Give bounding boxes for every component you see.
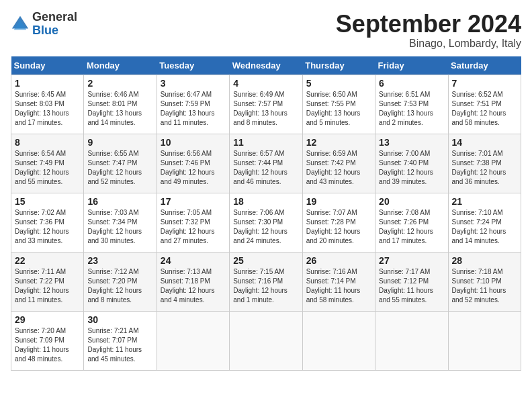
calendar-cell: 28Sunrise: 7:18 AMSunset: 7:10 PMDayligh… (448, 252, 521, 311)
day-number: 6 (379, 78, 444, 89)
month-title: September 2024 (336, 11, 521, 38)
day-number: 4 (233, 78, 298, 89)
calendar-cell: 3Sunrise: 6:47 AMSunset: 7:59 PMDaylight… (157, 75, 229, 134)
calendar-cell: 22Sunrise: 7:11 AMSunset: 7:22 PMDayligh… (11, 252, 84, 311)
day-number: 15 (15, 196, 80, 207)
day-number: 13 (379, 137, 444, 148)
location: Binago, Lombardy, Italy (336, 38, 521, 50)
calendar-cell (375, 311, 448, 370)
day-number: 3 (161, 78, 226, 89)
day-number: 17 (161, 196, 226, 207)
column-header-wednesday: Wednesday (230, 56, 302, 75)
day-number: 26 (306, 255, 371, 266)
day-number: 28 (452, 255, 517, 266)
day-detail: Sunrise: 7:11 AMSunset: 7:22 PMDaylight:… (15, 267, 80, 305)
day-detail: Sunrise: 6:47 AMSunset: 7:59 PMDaylight:… (161, 90, 226, 128)
day-number: 25 (233, 255, 298, 266)
day-number: 29 (15, 314, 80, 325)
day-number: 2 (87, 78, 152, 89)
day-detail: Sunrise: 7:03 AMSunset: 7:34 PMDaylight:… (87, 208, 152, 246)
calendar-cell: 29Sunrise: 7:20 AMSunset: 7:09 PMDayligh… (11, 311, 84, 370)
day-number: 21 (452, 196, 517, 207)
day-number: 14 (452, 137, 517, 148)
column-header-thursday: Thursday (302, 56, 375, 75)
day-detail: Sunrise: 6:50 AMSunset: 7:55 PMDaylight:… (306, 90, 371, 128)
day-number: 5 (306, 78, 371, 89)
calendar-cell: 12Sunrise: 6:59 AMSunset: 7:42 PMDayligh… (302, 134, 375, 193)
calendar-header-row: SundayMondayTuesdayWednesdayThursdayFrid… (11, 56, 521, 75)
logo-text: General Blue (32, 11, 77, 38)
calendar-cell: 14Sunrise: 7:01 AMSunset: 7:38 PMDayligh… (448, 134, 521, 193)
day-number: 27 (379, 255, 444, 266)
day-number: 7 (452, 78, 517, 89)
day-number: 19 (306, 196, 371, 207)
calendar-cell (302, 311, 375, 370)
day-detail: Sunrise: 6:56 AMSunset: 7:46 PMDaylight:… (161, 149, 226, 187)
calendar-cell: 9Sunrise: 6:55 AMSunset: 7:47 PMDaylight… (84, 134, 157, 193)
calendar-cell: 16Sunrise: 7:03 AMSunset: 7:34 PMDayligh… (84, 193, 157, 252)
day-detail: Sunrise: 7:17 AMSunset: 7:12 PMDaylight:… (379, 267, 444, 305)
calendar-cell: 18Sunrise: 7:06 AMSunset: 7:30 PMDayligh… (230, 193, 302, 252)
logo-icon (11, 15, 30, 34)
logo-blue: Blue (32, 24, 58, 37)
calendar-cell: 26Sunrise: 7:16 AMSunset: 7:14 PMDayligh… (302, 252, 375, 311)
day-detail: Sunrise: 6:52 AMSunset: 7:51 PMDaylight:… (452, 90, 517, 128)
page-header: General Blue September 2024 Binago, Lomb… (11, 11, 521, 50)
day-detail: Sunrise: 7:16 AMSunset: 7:14 PMDaylight:… (306, 267, 371, 305)
calendar-week-row: 29Sunrise: 7:20 AMSunset: 7:09 PMDayligh… (11, 311, 521, 370)
day-number: 24 (161, 255, 226, 266)
calendar-cell: 23Sunrise: 7:12 AMSunset: 7:20 PMDayligh… (84, 252, 157, 311)
day-number: 1 (15, 78, 80, 89)
day-number: 8 (15, 137, 80, 148)
day-number: 11 (233, 137, 298, 148)
calendar-cell: 20Sunrise: 7:08 AMSunset: 7:26 PMDayligh… (375, 193, 448, 252)
calendar-cell: 8Sunrise: 6:54 AMSunset: 7:49 PMDaylight… (11, 134, 84, 193)
title-block: September 2024 Binago, Lombardy, Italy (336, 11, 521, 50)
day-detail: Sunrise: 7:13 AMSunset: 7:18 PMDaylight:… (161, 267, 226, 305)
day-detail: Sunrise: 6:45 AMSunset: 8:03 PMDaylight:… (15, 90, 80, 128)
day-detail: Sunrise: 6:49 AMSunset: 7:57 PMDaylight:… (233, 90, 298, 128)
day-detail: Sunrise: 7:20 AMSunset: 7:09 PMDaylight:… (15, 326, 80, 364)
column-header-monday: Monday (84, 56, 157, 75)
day-number: 16 (87, 196, 152, 207)
calendar-cell: 2Sunrise: 6:46 AMSunset: 8:01 PMDaylight… (84, 75, 157, 134)
day-detail: Sunrise: 7:05 AMSunset: 7:32 PMDaylight:… (161, 208, 226, 246)
day-detail: Sunrise: 6:55 AMSunset: 7:47 PMDaylight:… (87, 149, 152, 187)
calendar-cell: 25Sunrise: 7:15 AMSunset: 7:16 PMDayligh… (230, 252, 302, 311)
calendar-cell: 30Sunrise: 7:21 AMSunset: 7:07 PMDayligh… (84, 311, 157, 370)
day-number: 23 (87, 255, 152, 266)
day-detail: Sunrise: 7:01 AMSunset: 7:38 PMDaylight:… (452, 149, 517, 187)
calendar-cell: 1Sunrise: 6:45 AMSunset: 8:03 PMDaylight… (11, 75, 84, 134)
day-detail: Sunrise: 7:06 AMSunset: 7:30 PMDaylight:… (233, 208, 298, 246)
column-header-friday: Friday (375, 56, 448, 75)
day-number: 10 (161, 137, 226, 148)
column-header-tuesday: Tuesday (157, 56, 229, 75)
day-detail: Sunrise: 6:51 AMSunset: 7:53 PMDaylight:… (379, 90, 444, 128)
calendar-cell: 27Sunrise: 7:17 AMSunset: 7:12 PMDayligh… (375, 252, 448, 311)
day-detail: Sunrise: 7:08 AMSunset: 7:26 PMDaylight:… (379, 208, 444, 246)
day-detail: Sunrise: 7:21 AMSunset: 7:07 PMDaylight:… (87, 326, 152, 364)
calendar-cell: 5Sunrise: 6:50 AMSunset: 7:55 PMDaylight… (302, 75, 375, 134)
calendar-cell: 17Sunrise: 7:05 AMSunset: 7:32 PMDayligh… (157, 193, 229, 252)
column-header-saturday: Saturday (448, 56, 521, 75)
day-detail: Sunrise: 7:02 AMSunset: 7:36 PMDaylight:… (15, 208, 80, 246)
calendar-table: SundayMondayTuesdayWednesdayThursdayFrid… (11, 56, 521, 371)
day-number: 9 (87, 137, 152, 148)
day-detail: Sunrise: 7:10 AMSunset: 7:24 PMDaylight:… (452, 208, 517, 246)
calendar-cell: 15Sunrise: 7:02 AMSunset: 7:36 PMDayligh… (11, 193, 84, 252)
day-detail: Sunrise: 6:59 AMSunset: 7:42 PMDaylight:… (306, 149, 371, 187)
calendar-cell: 7Sunrise: 6:52 AMSunset: 7:51 PMDaylight… (448, 75, 521, 134)
calendar-week-row: 1Sunrise: 6:45 AMSunset: 8:03 PMDaylight… (11, 75, 521, 134)
day-detail: Sunrise: 7:12 AMSunset: 7:20 PMDaylight:… (87, 267, 152, 305)
calendar-cell (448, 311, 521, 370)
calendar-cell (157, 311, 229, 370)
calendar-week-row: 8Sunrise: 6:54 AMSunset: 7:49 PMDaylight… (11, 134, 521, 193)
calendar-cell: 21Sunrise: 7:10 AMSunset: 7:24 PMDayligh… (448, 193, 521, 252)
calendar-cell (230, 311, 302, 370)
calendar-cell: 24Sunrise: 7:13 AMSunset: 7:18 PMDayligh… (157, 252, 229, 311)
day-detail: Sunrise: 7:07 AMSunset: 7:28 PMDaylight:… (306, 208, 371, 246)
day-detail: Sunrise: 7:18 AMSunset: 7:10 PMDaylight:… (452, 267, 517, 305)
day-detail: Sunrise: 6:54 AMSunset: 7:49 PMDaylight:… (15, 149, 80, 187)
calendar-cell: 19Sunrise: 7:07 AMSunset: 7:28 PMDayligh… (302, 193, 375, 252)
day-number: 22 (15, 255, 80, 266)
